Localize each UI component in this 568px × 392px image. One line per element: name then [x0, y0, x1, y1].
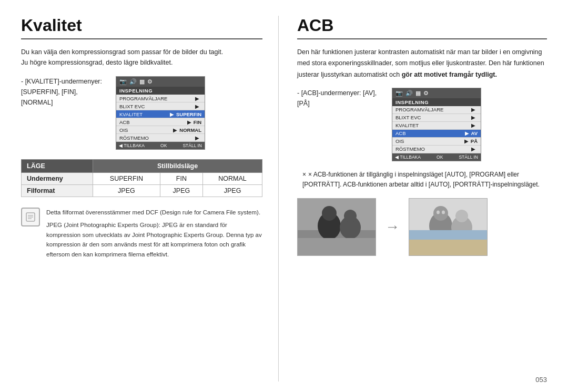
row-undermeny-val1: FIN: [160, 173, 202, 185]
row-label-5-right: RÖSTMEMO: [395, 146, 471, 152]
submenu-label-line1: - [KVALITET]-undermenyer:: [21, 76, 105, 87]
photo-after-svg: [409, 199, 488, 256]
row-label-2-left: KVALITET: [119, 111, 170, 117]
kvalitet-menu-section: - [KVALITET]-undermenyer: [SUPERFIN], [F…: [21, 76, 262, 150]
acb-menu-row: - [ACB]-undermenyer: [AV], [PÅ] 📷 🔊 ▦ ⚙ …: [297, 88, 547, 161]
row-value-4-left: NORMAL: [179, 127, 201, 133]
kvalitet-submenu-label: - [KVALITET]-undermenyer: [SUPERFIN], [F…: [21, 76, 105, 108]
ok-label-right: OK: [437, 154, 443, 160]
menu-row-0-left: PROGRAMVÄLJARE ▶: [116, 95, 205, 102]
row-value-3-left: FIN: [194, 119, 201, 125]
notes-section: Detta filformat överensstämmer med DCF (…: [21, 208, 262, 262]
photos-row: →: [297, 198, 547, 256]
table-header-stillbilds: Stillbildsläge: [93, 160, 262, 173]
row-arrow-3-left: ▶: [187, 119, 191, 125]
note-2: JPEG (Joint Photographic Experts Group):…: [46, 220, 262, 259]
camera-icon-right: 📷: [395, 90, 403, 97]
photo-after: [409, 198, 488, 256]
intro-line1: Du kan välja den kompressionsgrad som pa…: [21, 48, 223, 56]
table-row-undermeny: Undermeny SUPERFIN FIN NORMAL: [22, 173, 262, 185]
photo-before-svg: [298, 199, 376, 256]
svg-rect-20: [409, 230, 488, 240]
row-undermeny-val2: NORMAL: [203, 173, 262, 185]
arrow-icon: →: [384, 219, 400, 235]
back-label-right: ◀ TILLBAKA: [395, 154, 421, 160]
top-icons-right: 📷 🔊 ▦ ⚙: [395, 90, 429, 97]
row-value-2-left: SUPERFIN: [176, 111, 201, 117]
row-arrow-5-left: ▶: [195, 135, 199, 141]
right-intro-text: Den här funktionen justerar kontrasten a…: [297, 47, 547, 80]
row-value-4-right: PÅ: [471, 138, 478, 144]
svg-rect-19: [409, 238, 488, 256]
menu-row-5-right: RÖSTMEMO ▶: [392, 146, 481, 153]
svg-point-14: [433, 206, 448, 221]
menu-top-bar-left: 📷 🔊 ▦ ⚙: [116, 77, 205, 87]
kvalitet-camera-menu: 📷 🔊 ▦ ⚙ INSPELNING PROGRAMVÄLJARE ▶ BLIX…: [116, 76, 205, 150]
menu-header-left: INSPELNING: [116, 87, 205, 95]
right-title: ACB: [297, 16, 547, 39]
menu-top-bar-right: 📷 🔊 ▦ ⚙: [392, 88, 481, 98]
row-label-0-left: PROGRAMVÄLJARE: [119, 96, 195, 101]
ok-label-left: OK: [160, 143, 167, 148]
row-label-3-right: ACB: [395, 130, 465, 136]
menu-row-4-left: OIS ▶ NORMAL: [116, 126, 205, 134]
sound-icon: 🔊: [129, 78, 137, 85]
row-arrow-2-left: ▶: [170, 111, 174, 117]
menu-row-1-left: BLIXT EVC ▶: [116, 102, 205, 110]
menu-row-2-left: KVALITET ▶ SUPERFIN: [116, 110, 205, 118]
note-1: Detta filformat överensstämmer med DCF (…: [46, 208, 262, 217]
svg-rect-10: [298, 238, 376, 256]
row-arrow-2-right: ▶: [471, 122, 475, 128]
row-arrow-1-right: ▶: [471, 115, 475, 120]
svg-point-15: [437, 211, 440, 214]
acb-note-text: ×× ACB-funktionen är tillgänglig i inspe…: [297, 170, 547, 190]
settings-icon: ⚙: [147, 78, 153, 85]
menu-row-3-left: ACB ▶ FIN: [116, 118, 205, 126]
sound-icon-right: 🔊: [405, 90, 413, 97]
page-container: Kvalitet Du kan välja den kompressionsgr…: [0, 0, 568, 392]
acb-camera-menu: 📷 🔊 ▦ ⚙ INSPELNING PROGRAMVÄLJARE ▶ BLIX…: [392, 88, 481, 161]
back-label-left: ◀ TILLBAKA: [119, 143, 145, 148]
submenu-label-line2: [SUPERFIN], [FIN], [NORMAL]: [21, 87, 105, 108]
menu-icon: ▦: [139, 78, 145, 85]
row-label-2-right: KVALITET: [395, 122, 471, 128]
row-arrow-0-left: ▶: [195, 96, 199, 101]
row-label-4-left: OIS: [119, 127, 173, 133]
table-header-lage: LÄGE: [22, 160, 93, 173]
quality-table: LÄGE Stillbildsläge Undermeny SUPERFIN F…: [21, 159, 262, 197]
left-intro: Du kan välja den kompressionsgrad som pa…: [21, 47, 262, 68]
top-icons-left: 📷 🔊 ▦ ⚙: [119, 78, 153, 85]
row-undermeny-label: Undermeny: [22, 173, 93, 185]
page-number: 053: [535, 376, 547, 384]
row-arrow-1-left: ▶: [195, 104, 199, 109]
row-label-1-right: BLIXT EVC: [395, 115, 471, 120]
row-arrow-3-right: ▶: [465, 130, 469, 136]
row-arrow-4-left: ▶: [173, 127, 177, 133]
acb-note-content: × ACB-funktionen är tillgänglig i inspel…: [302, 171, 540, 188]
menu-row-0-right: PROGRAMVÄLJARE ▶: [392, 106, 481, 114]
notes-text: Detta filformat överensstämmer med DCF (…: [46, 208, 262, 262]
x-mark: ×: [302, 171, 306, 178]
row-label-5-left: RÖSTMEMO: [119, 135, 195, 141]
row-filformat-label: Filformat: [22, 185, 93, 197]
svg-point-16: [442, 211, 445, 214]
photo-before: [297, 198, 376, 256]
menu-icon-right: ▦: [415, 90, 421, 97]
row-filformat-val2: JPEG: [203, 185, 262, 197]
acb-submenu-label: - [ACB]-undermenyer: [AV], [PÅ]: [297, 88, 381, 109]
menu-header-right: INSPELNING: [392, 98, 481, 106]
row-arrow-5-right: ▶: [471, 146, 475, 152]
row-filformat-val0: JPEG: [93, 185, 160, 197]
menu-row-4-right: OIS ▶ PÅ: [392, 138, 481, 146]
set-label-right: STÄLL IN: [459, 154, 478, 160]
intro-bold: gör att motivet framgår tydligt.: [402, 71, 497, 78]
camera-icon: 📷: [119, 78, 127, 85]
row-filformat-val1: JPEG: [160, 185, 202, 197]
pencil-icon: [25, 211, 36, 223]
note-icon: [21, 208, 40, 226]
row-label-3-left: ACB: [119, 119, 187, 125]
row-value-3-right: AV: [471, 130, 478, 136]
table-row-filformat: Filformat JPEG JPEG JPEG: [22, 185, 262, 197]
row-label-0-right: PROGRAMVÄLJARE: [395, 107, 471, 112]
acb-submenu-text: - [ACB]-undermenyer: [AV], [PÅ]: [297, 88, 381, 109]
